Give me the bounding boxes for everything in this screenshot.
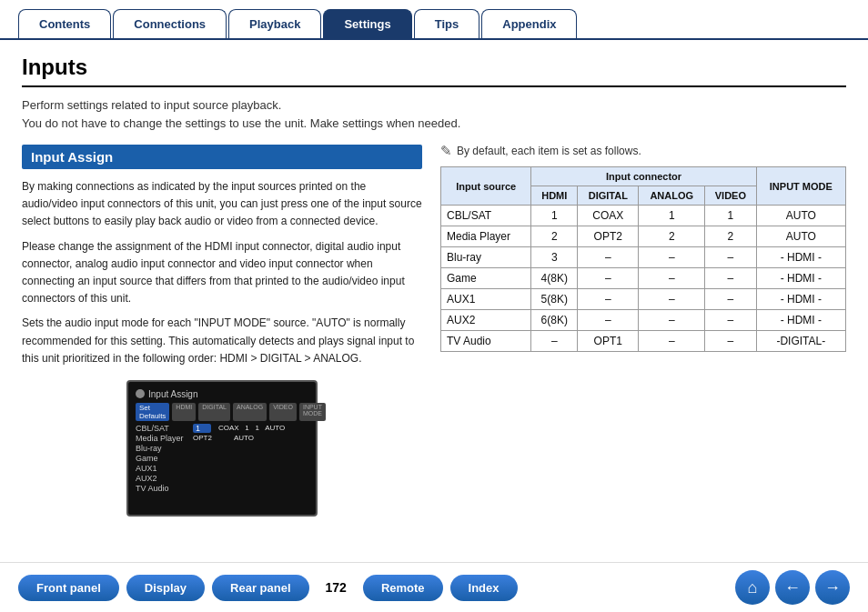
table-row: Game 4(8K) – – – - HDMI -: [441, 268, 846, 289]
col-header-analog: ANALOG: [639, 186, 705, 206]
table-row: TV Audio – OPT1 – – -DIGITAL-: [441, 331, 846, 352]
cell-video-1: 2: [705, 226, 757, 247]
cell-digital-0: COAX: [578, 206, 639, 226]
cell-source-6: TV Audio: [441, 331, 531, 352]
ss-row-6: TV Audio: [136, 484, 308, 493]
cell-analog-0: 1: [639, 206, 705, 226]
ss-col-digital: DIGITAL: [198, 403, 230, 421]
cell-analog-6: –: [639, 331, 705, 352]
cell-hdmi-5: 6(8K): [531, 310, 578, 331]
ss-col-analog: ANALOG: [233, 403, 267, 421]
screenshot-rows: CBL/SAT 1 COAX 1 1 AUTO Media Player OPT…: [136, 424, 308, 493]
cell-hdmi-2: 3: [531, 247, 578, 268]
cell-video-4: –: [705, 289, 757, 310]
table-row: Media Player 2 OPT2 2 2 AUTO: [441, 226, 846, 247]
cell-video-0: 1: [705, 206, 757, 226]
cell-mode-6: -DIGITAL-: [756, 331, 845, 352]
table-row: CBL/SAT 1 COAX 1 1 AUTO: [441, 206, 846, 226]
cell-hdmi-4: 5(8K): [531, 289, 578, 310]
cell-digital-3: –: [578, 268, 639, 289]
page-number: 172: [326, 580, 347, 595]
ss-row-2: Blu-ray: [136, 444, 308, 453]
cell-mode-1: AUTO: [756, 226, 845, 247]
ss-row-4: AUX1: [136, 464, 308, 473]
rear-panel-button[interactable]: Rear panel: [212, 575, 308, 601]
col-header-source: Input source: [441, 167, 531, 206]
remote-button[interactable]: Remote: [363, 575, 443, 601]
ss-col-hdmi: HDMI: [172, 403, 196, 421]
cell-mode-2: - HDMI -: [756, 247, 845, 268]
cell-hdmi-1: 2: [531, 226, 578, 247]
bottom-nav-right: ⌂ ← →: [735, 570, 850, 605]
ss-row-1: Media Player OPT2 AUTO: [136, 434, 308, 443]
cell-hdmi-3: 4(8K): [531, 268, 578, 289]
body-text-3: Sets the audio input mode for each "INPU…: [22, 315, 422, 367]
body-text-2: Please change the assignment of the HDMI…: [22, 238, 422, 308]
cell-source-5: AUX2: [441, 310, 531, 331]
cell-mode-4: - HDMI -: [756, 289, 845, 310]
cell-digital-4: –: [578, 289, 639, 310]
two-col-layout: Input Assign By making connections as in…: [22, 145, 846, 517]
front-panel-button[interactable]: Front panel: [18, 575, 119, 601]
ss-row-3: Game: [136, 454, 308, 463]
top-tabs: Contents Connections Playback Settings T…: [0, 0, 868, 40]
cell-source-4: AUX1: [441, 289, 531, 310]
table-row: AUX2 6(8K) – – – - HDMI -: [441, 310, 846, 331]
right-column: ✎ By default, each item is set as follow…: [440, 145, 846, 352]
cell-digital-1: OPT2: [578, 226, 639, 247]
input-table: Input source Input connector INPUT MODE …: [440, 166, 846, 352]
cell-digital-6: OPT1: [578, 331, 639, 352]
tab-appendix[interactable]: Appendix: [481, 9, 577, 38]
note-row: ✎ By default, each item is set as follow…: [440, 145, 846, 159]
screenshot-title-text: Input Assign: [148, 389, 197, 399]
cell-hdmi-0: 1: [531, 206, 578, 226]
pencil-icon: ✎: [440, 143, 452, 159]
cell-video-5: –: [705, 310, 757, 331]
tab-settings[interactable]: Settings: [323, 9, 411, 38]
cell-mode-5: - HDMI -: [756, 310, 845, 331]
cell-analog-1: 2: [639, 226, 705, 247]
table-row: Blu-ray 3 – – – - HDMI -: [441, 247, 846, 268]
ss-row-5: AUX2: [136, 474, 308, 483]
cell-hdmi-6: –: [531, 331, 578, 352]
tab-playback[interactable]: Playback: [228, 9, 321, 38]
tab-contents[interactable]: Contents: [18, 9, 111, 38]
cell-mode-0: AUTO: [756, 206, 845, 226]
cell-source-1: Media Player: [441, 226, 531, 247]
bottom-nav-left: Front panel Display Rear panel 172 Remot…: [18, 575, 518, 601]
col-header-mode: INPUT MODE: [756, 167, 845, 206]
col-header-hdmi: HDMI: [531, 186, 578, 206]
intro-text: Perform settings related to input source…: [22, 96, 846, 132]
cell-video-2: –: [705, 247, 757, 268]
bottom-nav: Front panel Display Rear panel 172 Remot…: [0, 562, 868, 612]
forward-button[interactable]: →: [815, 570, 850, 605]
section-heading: Input Assign: [22, 145, 422, 169]
screenshot-image: Input Assign Set Defaults HDMI DIGITAL A…: [126, 380, 318, 517]
ss-col-video: VIDEO: [269, 403, 297, 421]
cell-analog-4: –: [639, 289, 705, 310]
cell-source-3: Game: [441, 268, 531, 289]
display-button[interactable]: Display: [126, 575, 205, 601]
back-button[interactable]: ←: [775, 570, 810, 605]
col-header-video: VIDEO: [705, 186, 757, 206]
screenshot-title-icon: [136, 389, 145, 398]
cell-source-2: Blu-ray: [441, 247, 531, 268]
tab-tips[interactable]: Tips: [414, 9, 480, 38]
cell-source-0: CBL/SAT: [441, 206, 531, 226]
cell-analog-2: –: [639, 247, 705, 268]
tab-connections[interactable]: Connections: [113, 9, 227, 38]
table-row: AUX1 5(8K) – – – - HDMI -: [441, 289, 846, 310]
col-header-connector-group: Input connector: [531, 167, 756, 186]
ss-set-defaults-btn: Set Defaults: [136, 403, 169, 421]
cell-analog-5: –: [639, 310, 705, 331]
left-column: Input Assign By making connections as in…: [22, 145, 422, 517]
cell-analog-3: –: [639, 268, 705, 289]
col-header-digital: DIGITAL: [578, 186, 639, 206]
home-button[interactable]: ⌂: [735, 570, 770, 605]
index-button[interactable]: Index: [450, 575, 518, 601]
cell-video-3: –: [705, 268, 757, 289]
body-text-1: By making connections as indicated by th…: [22, 178, 422, 231]
main-content: Inputs Perform settings related to input…: [0, 40, 868, 526]
page-title: Inputs: [22, 55, 846, 87]
cell-digital-5: –: [578, 310, 639, 331]
